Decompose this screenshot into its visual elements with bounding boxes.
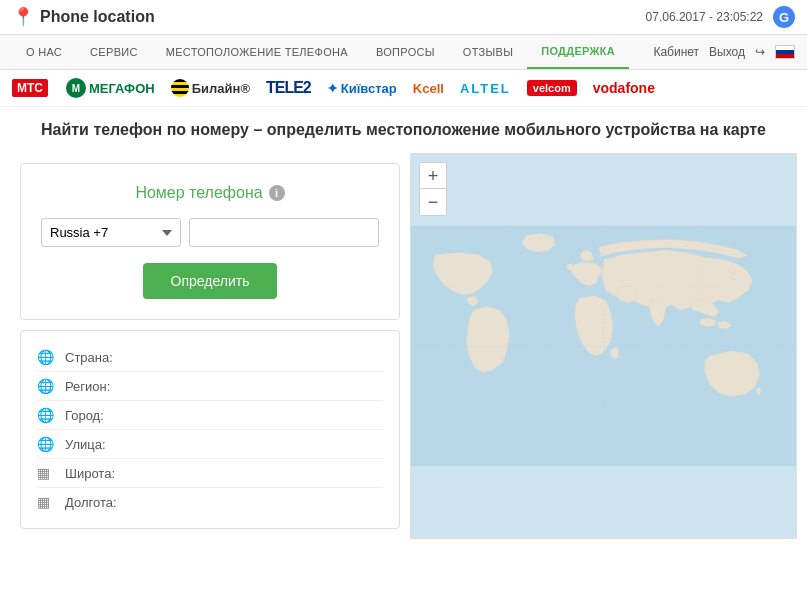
megafon-icon: М (66, 78, 86, 98)
mts-box: МТС (12, 79, 48, 97)
grid-icon-2: ▦ (37, 494, 57, 510)
world-map (411, 154, 796, 538)
country-select[interactable]: Russia +7 Ukraine +380 Belarus +375 Kaza… (41, 218, 181, 247)
logo-text: Phone location (40, 8, 155, 26)
info-row-lon: ▦ Долгота: (37, 488, 383, 516)
nav-item-location[interactable]: МЕСТОПОЛОЖЕНИЕ ТЕЛЕФОНА (152, 36, 362, 68)
globe-icon-2: 🌐 (37, 378, 57, 394)
globe-icon-4: 🌐 (37, 436, 57, 452)
beeline-icon (171, 79, 189, 97)
nav-item-support[interactable]: ПОДДЕРЖКА (527, 35, 629, 69)
nav-item-about[interactable]: О НАС (12, 36, 76, 68)
altel-label: ALTEL (460, 81, 511, 96)
hero-heading: Найти телефон по номеру – определить мес… (41, 121, 766, 138)
map-zoom-controls: + − (419, 162, 447, 216)
determine-button[interactable]: Определить (143, 263, 278, 299)
vodafone-label: vodafone (593, 80, 655, 96)
datetime: 07.06.2017 - 23:05:22 (646, 10, 763, 24)
phone-input[interactable] (189, 218, 379, 247)
logo[interactable]: 📍 Phone location (12, 6, 155, 28)
logout-icon: ↪ (755, 45, 765, 59)
brands-bar: МТС М МЕГАФОН Билайн® TELE2 ✦ Київстар K… (0, 70, 807, 107)
grid-icon: ▦ (37, 465, 57, 481)
info-row-street: 🌐 Улица: (37, 430, 383, 459)
info-card: 🌐 Страна: 🌐 Регион: 🌐 Город: 🌐 Улица: ▦ … (20, 330, 400, 529)
brand-vodafone[interactable]: vodafone (593, 80, 655, 96)
brand-tele2[interactable]: TELE2 (266, 79, 311, 97)
velcom-label: velcom (527, 80, 577, 96)
brand-mts[interactable]: МТС (12, 79, 50, 97)
globe-icon: 🌐 (37, 349, 57, 365)
nav-item-service[interactable]: СЕРВИС (76, 36, 152, 68)
hero-text: Найти телефон по номеру – определить мес… (0, 107, 807, 153)
zoom-in-button[interactable]: + (420, 163, 446, 189)
kcell-label: Kcell (413, 81, 444, 96)
nav-right: Кабинет Выход ↪ (653, 45, 795, 59)
region-label: Регион: (65, 379, 110, 394)
pin-icon: 📍 (12, 6, 34, 28)
nav-items: О НАС СЕРВИС МЕСТОПОЛОЖЕНИЕ ТЕЛЕФОНА ВОП… (12, 35, 653, 69)
brand-beeline[interactable]: Билайн® (171, 79, 250, 97)
map-panel[interactable]: + − (410, 153, 797, 539)
brand-altel[interactable]: ALTEL (460, 81, 511, 96)
info-row-lat: ▦ Широта: (37, 459, 383, 488)
header: 📍 Phone location 07.06.2017 - 23:05:22 G (0, 0, 807, 35)
flag-icon (775, 45, 795, 59)
lat-label: Широта: (65, 466, 115, 481)
info-row-city: 🌐 Город: (37, 401, 383, 430)
phone-label-text: Номер телефона (135, 184, 262, 202)
beeline-label: Билайн® (192, 81, 250, 96)
zoom-out-button[interactable]: − (420, 189, 446, 215)
brand-velcom[interactable]: velcom (527, 80, 577, 96)
street-label: Улица: (65, 437, 106, 452)
cabinet-link[interactable]: Кабинет (653, 45, 699, 59)
phone-label-row: Номер телефона i (41, 184, 379, 202)
lon-label: Долгота: (65, 495, 117, 510)
brand-megafon[interactable]: М МЕГАФОН (66, 78, 155, 98)
nav-item-reviews[interactable]: ОТЗЫВЫ (449, 36, 527, 68)
logout-link[interactable]: Выход (709, 45, 745, 59)
map-container[interactable]: + − (410, 153, 797, 539)
brand-kyivstar[interactable]: ✦ Київстар (327, 81, 397, 96)
globe-icon-3: 🌐 (37, 407, 57, 423)
country-label: Страна: (65, 350, 113, 365)
nav-item-questions[interactable]: ВОПРОСЫ (362, 36, 449, 68)
form-card: Номер телефона i Russia +7 Ukraine +380 … (20, 163, 400, 320)
header-right: 07.06.2017 - 23:05:22 G (646, 6, 795, 28)
city-label: Город: (65, 408, 104, 423)
brand-kcell[interactable]: Kcell (413, 81, 444, 96)
info-row-region: 🌐 Регион: (37, 372, 383, 401)
google-icon[interactable]: G (773, 6, 795, 28)
nav: О НАС СЕРВИС МЕСТОПОЛОЖЕНИЕ ТЕЛЕФОНА ВОП… (0, 35, 807, 70)
info-icon[interactable]: i (269, 185, 285, 201)
left-panel: Номер телефона i Russia +7 Ukraine +380 … (10, 153, 410, 539)
main-content: Номер телефона i Russia +7 Ukraine +380 … (0, 153, 807, 549)
megafon-label: МЕГАФОН (89, 81, 155, 96)
info-row-country: 🌐 Страна: (37, 343, 383, 372)
tele2-label: TELE2 (266, 79, 311, 97)
phone-inputs: Russia +7 Ukraine +380 Belarus +375 Kaza… (41, 218, 379, 247)
kyivstar-icon: ✦ (327, 81, 338, 96)
kyivstar-label: Київстар (341, 81, 397, 96)
